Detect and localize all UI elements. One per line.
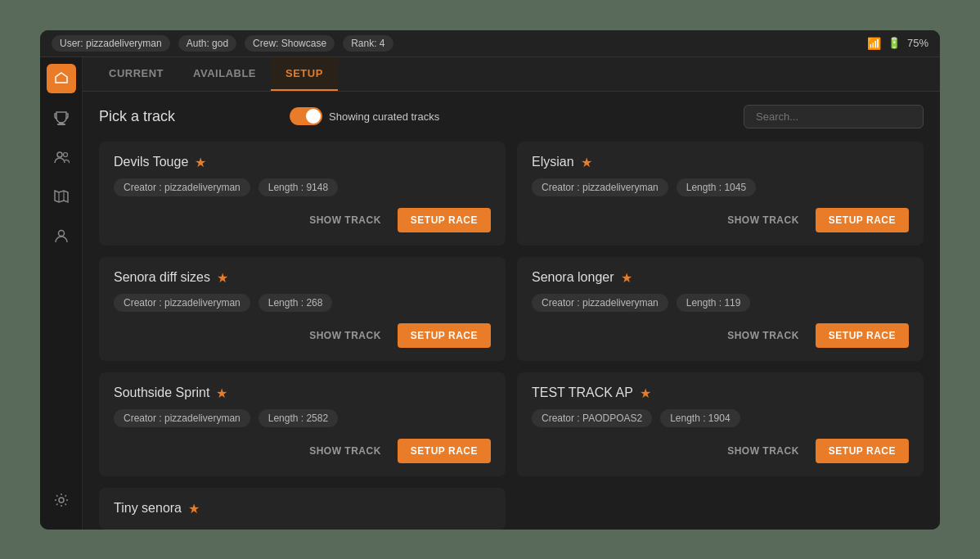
sidebar-item-logo[interactable] xyxy=(47,64,76,93)
content-body: Pick a track Showing curated tracks D xyxy=(83,92,940,530)
track-name-4: Southside Sprint ★ xyxy=(114,385,491,401)
svg-marker-6 xyxy=(55,191,68,202)
track-actions-4: SHOW TRACK SETUP RACE xyxy=(114,439,491,463)
tab-available[interactable]: AVAILABLE xyxy=(178,57,271,91)
star-icon-5: ★ xyxy=(640,385,651,401)
track-actions-2: SHOW TRACK SETUP RACE xyxy=(114,323,491,348)
sidebar xyxy=(40,57,83,530)
tab-setup[interactable]: SETUP xyxy=(271,57,338,91)
sidebar-item-map[interactable] xyxy=(47,182,76,211)
show-track-button-4[interactable]: SHOW TRACK xyxy=(301,440,389,462)
track-actions-1: SHOW TRACK SETUP RACE xyxy=(532,208,909,232)
track-card-0: Devils Touge ★ Creator : pizzadeliveryma… xyxy=(99,142,506,246)
svg-point-10 xyxy=(59,498,64,503)
show-track-button-2[interactable]: SHOW TRACK xyxy=(301,325,389,346)
search-input[interactable] xyxy=(744,105,924,128)
show-track-button-3[interactable]: SHOW TRACK xyxy=(719,325,807,346)
battery-percent: 75% xyxy=(907,37,928,49)
sidebar-item-crew[interactable] xyxy=(47,221,76,250)
rank-badge: Rank: 4 xyxy=(343,35,393,52)
setup-race-button-0[interactable]: SETUP RACE xyxy=(398,208,491,232)
track-name-3: Senora longer ★ xyxy=(532,270,909,286)
setup-race-button-5[interactable]: SETUP RACE xyxy=(816,439,909,463)
length-badge-5: Length : 1904 xyxy=(660,409,739,427)
creator-badge-2: Creator : pizzadeliveryman xyxy=(114,294,250,312)
track-meta-5: Creator : PAODPOAS2 Length : 1904 xyxy=(532,409,909,427)
track-name-5: TEST TRACK AP ★ xyxy=(532,385,909,401)
creator-badge-0: Creator : pizzadeliveryman xyxy=(114,178,250,196)
toggle-label: Showing curated tracks xyxy=(329,110,439,123)
main-layout: CURRENT AVAILABLE SETUP Pick a track Sho… xyxy=(40,57,940,530)
track-card-3: Senora longer ★ Creator : pizzadeliverym… xyxy=(517,257,924,361)
sidebar-item-settings[interactable] xyxy=(47,485,76,515)
show-track-button-5[interactable]: SHOW TRACK xyxy=(719,440,807,462)
signal-icon: 📶 xyxy=(867,37,881,50)
length-badge-2: Length : 268 xyxy=(258,294,333,312)
length-badge-4: Length : 2582 xyxy=(258,409,338,427)
star-icon-3: ★ xyxy=(621,270,632,286)
length-badge-3: Length : 119 xyxy=(677,294,751,312)
show-track-button-0[interactable]: SHOW TRACK xyxy=(301,210,389,231)
svg-point-5 xyxy=(63,152,67,156)
track-name-2: Senora diff sizes ★ xyxy=(114,270,491,286)
toggle-knob xyxy=(306,109,321,124)
length-badge-1: Length : 1045 xyxy=(677,178,756,196)
star-icon-4: ★ xyxy=(216,385,227,401)
svg-point-4 xyxy=(57,152,62,157)
track-card-5: TEST TRACK AP ★ Creator : PAODPOAS2 Leng… xyxy=(517,372,924,476)
star-icon-1: ★ xyxy=(581,155,592,170)
content-area: CURRENT AVAILABLE SETUP Pick a track Sho… xyxy=(83,57,940,530)
show-track-button-1[interactable]: SHOW TRACK xyxy=(719,210,807,231)
track-actions-0: SHOW TRACK SETUP RACE xyxy=(114,208,491,232)
track-meta-1: Creator : pizzadeliveryman Length : 1045 xyxy=(532,178,909,196)
star-icon-2: ★ xyxy=(217,270,228,286)
setup-race-button-4[interactable]: SETUP RACE xyxy=(398,439,491,463)
track-meta-2: Creator : pizzadeliveryman Length : 268 xyxy=(114,294,491,312)
track-meta-3: Creator : pizzadeliveryman Length : 119 xyxy=(532,294,909,312)
track-header: Pick a track Showing curated tracks xyxy=(99,105,924,128)
track-meta-4: Creator : pizzadeliveryman Length : 2582 xyxy=(114,409,491,427)
track-card-4: Southside Sprint ★ Creator : pizzadelive… xyxy=(99,372,506,476)
setup-race-button-2[interactable]: SETUP RACE xyxy=(398,323,491,348)
creator-badge-3: Creator : pizzadeliveryman xyxy=(532,294,668,312)
battery-icon: 🔋 xyxy=(888,37,901,49)
track-name-6: Tiny senora ★ xyxy=(114,501,491,516)
user-badge: User: pizzadeliveryman xyxy=(52,35,170,52)
track-grid: Devils Touge ★ Creator : pizzadeliveryma… xyxy=(99,142,924,530)
tab-current[interactable]: CURRENT xyxy=(94,57,178,91)
creator-badge-5: Creator : PAODPOAS2 xyxy=(532,409,652,427)
app-window: User: pizzadeliveryman Auth: god Crew: S… xyxy=(40,30,940,530)
svg-rect-3 xyxy=(57,124,65,125)
star-icon-6: ★ xyxy=(188,501,200,516)
track-card-6: Tiny senora ★ xyxy=(99,488,506,530)
track-name-1: Elysian ★ xyxy=(532,155,909,170)
track-card-1: Elysian ★ Creator : pizzadeliveryman Len… xyxy=(517,142,924,246)
crew-badge: Crew: Showcase xyxy=(245,35,335,52)
setup-race-button-1[interactable]: SETUP RACE xyxy=(816,208,909,232)
sidebar-item-people[interactable] xyxy=(47,142,76,172)
track-actions-3: SHOW TRACK SETUP RACE xyxy=(532,323,909,348)
status-bar-right: 📶 🔋 75% xyxy=(867,37,928,50)
sidebar-item-trophy[interactable] xyxy=(47,103,76,133)
track-name-0: Devils Touge ★ xyxy=(114,155,491,170)
curated-toggle[interactable] xyxy=(290,107,322,125)
page-title: Pick a track xyxy=(99,108,175,125)
creator-badge-4: Creator : pizzadeliveryman xyxy=(114,409,250,427)
length-badge-0: Length : 9148 xyxy=(258,178,338,196)
sidebar-bottom xyxy=(47,485,76,523)
svg-point-9 xyxy=(58,230,64,236)
auth-badge: Auth: god xyxy=(178,35,236,52)
star-icon-0: ★ xyxy=(195,155,206,170)
track-meta-0: Creator : pizzadeliveryman Length : 9148 xyxy=(114,178,491,196)
track-card-2: Senora diff sizes ★ Creator : pizzadeliv… xyxy=(99,257,506,361)
track-actions-5: SHOW TRACK SETUP RACE xyxy=(532,439,909,463)
creator-badge-1: Creator : pizzadeliveryman xyxy=(532,178,668,196)
tabs-bar: CURRENT AVAILABLE SETUP xyxy=(83,57,940,92)
setup-race-button-3[interactable]: SETUP RACE xyxy=(816,323,909,348)
toggle-area: Showing curated tracks xyxy=(290,107,439,125)
status-bar: User: pizzadeliveryman Auth: god Crew: S… xyxy=(40,30,940,57)
